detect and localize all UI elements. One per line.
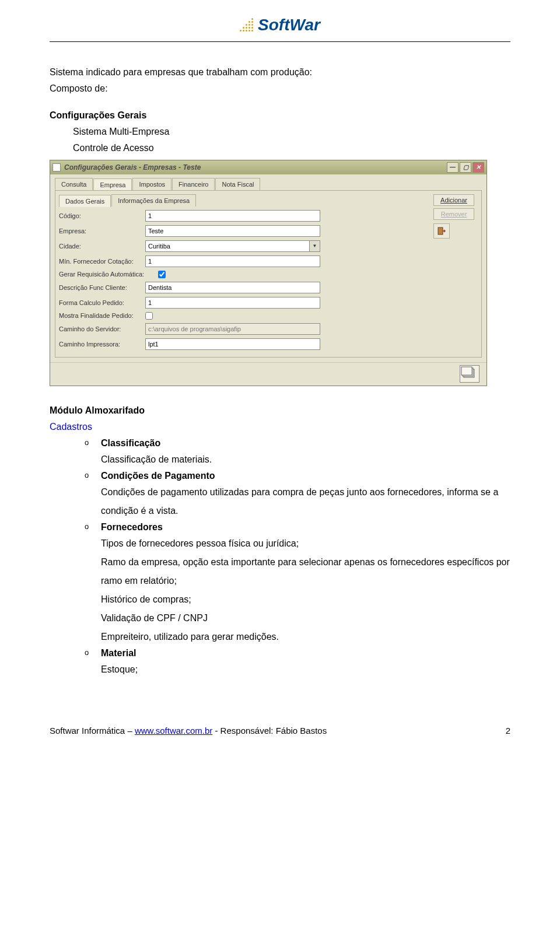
exit-icon[interactable]: [433, 223, 450, 239]
logo-text: SoftWar: [258, 16, 320, 34]
logo: SoftWar: [240, 16, 320, 34]
item-fornecedores-l2: Ramo da empresa, opção esta importante p…: [101, 553, 510, 590]
subtab-info-empresa[interactable]: Informações da Empresa: [111, 194, 196, 206]
page-footer: Softwar Informática – www.softwar.com.br…: [50, 679, 510, 736]
tab-empresa[interactable]: Empresa: [93, 178, 132, 191]
item-condicoes-title: Condições de Pagamento: [101, 469, 510, 483]
label-descr-func: Descrição Func Cliente:: [59, 284, 145, 291]
config-window: Configurações Gerais - Empresas - Teste …: [50, 160, 487, 386]
footer-pre: Softwar Informática –: [50, 726, 135, 736]
intro-line-2: Composto de:: [50, 82, 510, 96]
combo-arrow-icon[interactable]: ▼: [310, 240, 320, 252]
item-fornecedores-l5: Empreiteiro, utilizado para gerar mediçõ…: [101, 628, 510, 646]
label-gerar-req: Gerar Requisicão Automática:: [59, 271, 158, 278]
input-caminho-imp[interactable]: [145, 338, 320, 350]
footer-link[interactable]: www.softwar.com.br: [135, 726, 212, 736]
label-empresa: Empresa:: [59, 227, 145, 234]
intro-line-1: Sistema indicado para empresas que traba…: [50, 65, 510, 79]
input-cidade[interactable]: [145, 240, 310, 252]
save-stack-icon[interactable]: [460, 365, 480, 383]
label-forma-calc: Forma Calculo Pedido:: [59, 299, 145, 306]
cadastros-heading: Cadastros: [50, 420, 510, 434]
config-title: Configurações Gerais: [50, 108, 510, 122]
item-fornecedores-l3: Histórico de compras;: [101, 590, 510, 609]
item-fornecedores-l1: Tipos de fornecedores pessoa física ou j…: [101, 534, 510, 553]
window-titlebar: Configurações Gerais - Empresas - Teste …: [50, 160, 487, 174]
config-item-2: Controle de Acesso: [73, 141, 510, 155]
window-footer: [50, 362, 487, 386]
bullet-marker: o: [85, 520, 101, 531]
label-codigo: Código:: [59, 212, 145, 219]
subtab-dados-gerais[interactable]: Dados Gerais: [59, 195, 111, 207]
tab-financeiro[interactable]: Financeiro: [172, 178, 215, 190]
window-title: Configurações Gerais - Empresas - Teste: [64, 163, 201, 171]
label-cidade: Cidade:: [59, 243, 145, 250]
item-material-l1: Estoque;: [101, 660, 510, 679]
item-condicoes-line: Condições de pagamento utilizadas para c…: [101, 483, 510, 520]
label-min-fornecedor: Mín. Fornecedor Cotação:: [59, 258, 145, 265]
window-close-icon[interactable]: ✕: [473, 162, 484, 173]
item-material-title: Material: [101, 646, 510, 660]
page-number: 2: [506, 726, 510, 736]
modulo-title: Módulo Almoxarifado: [50, 404, 510, 418]
svg-rect-0: [438, 227, 443, 234]
tab-nota-fiscal[interactable]: Nota Fiscal: [215, 178, 260, 190]
input-caminho-srv: [145, 323, 320, 335]
item-classificacao-line: Classificação de materiais.: [101, 450, 510, 469]
bullet-marker: o: [85, 436, 101, 447]
label-caminho-srv: Caminho do Servidor:: [59, 325, 145, 332]
window-maximize-icon[interactable]: ▢: [460, 162, 471, 173]
input-empresa[interactable]: [145, 225, 320, 237]
item-classificacao-title: Classificação: [101, 436, 510, 450]
svg-rect-3: [461, 367, 472, 375]
input-min-fornecedor[interactable]: [145, 255, 320, 267]
logo-dots-icon: [240, 18, 253, 31]
footer-post: - Responsável: Fábio Bastos: [212, 726, 327, 736]
input-codigo[interactable]: [145, 210, 320, 222]
checkbox-mostra-fin[interactable]: [145, 312, 153, 320]
page-header: SoftWar: [0, 0, 560, 39]
config-item-1: Sistema Multi-Empresa: [73, 125, 510, 139]
label-caminho-imp: Caminho Impressora:: [59, 341, 145, 348]
add-button[interactable]: Adicionar: [433, 194, 474, 206]
tab-consulta[interactable]: Consulta: [55, 178, 93, 190]
input-descr-func[interactable]: [145, 282, 320, 293]
item-fornecedores-title: Fornecedores: [101, 520, 510, 534]
window-app-icon: [52, 163, 61, 171]
bullet-marker: o: [85, 469, 101, 479]
bullet-marker: o: [85, 646, 101, 657]
input-forma-calc[interactable]: [145, 297, 320, 309]
window-minimize-icon[interactable]: —: [447, 162, 459, 173]
item-fornecedores-l4: Validação de CPF / CNPJ: [101, 609, 510, 628]
window-body: Adicionar Remover Dados Gerais Informaçõ…: [55, 190, 482, 358]
tab-impostos[interactable]: Impostos: [132, 178, 172, 190]
remove-button: Remover: [433, 208, 474, 220]
label-mostra-fin: Mostra Finalidade Pedido:: [59, 312, 145, 319]
header-divider: [50, 41, 510, 42]
main-tabbar: Consulta Empresa Impostos Financeiro Not…: [50, 174, 487, 190]
checkbox-gerar-req[interactable]: [158, 271, 166, 278]
